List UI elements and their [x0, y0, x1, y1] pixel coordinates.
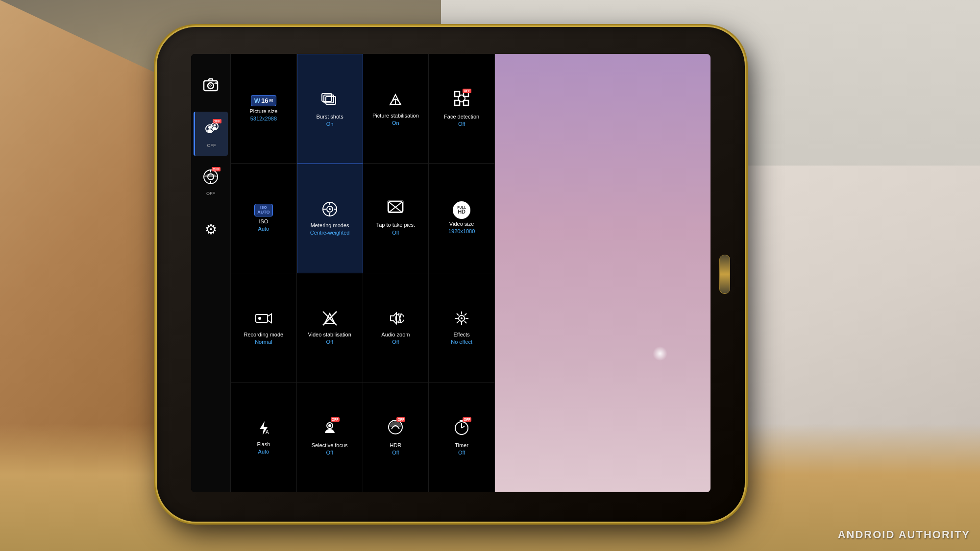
svg-point-24: [329, 208, 331, 210]
tap-take-label: Tap to take pics.: [376, 222, 416, 228]
iso-badge: ISO AUTO: [254, 204, 272, 216]
sidebar-item-settings[interactable]: ⚙: [194, 208, 228, 252]
metering-value: Centre-weighted: [310, 230, 350, 236]
video-stab-label: Video stabilisation: [308, 332, 351, 338]
flash-label: Flash: [257, 441, 270, 448]
svg-line-46: [465, 321, 466, 323]
sidebar-item-camera-switch[interactable]: ⟳: [194, 64, 228, 108]
setting-picture-size[interactable]: W16M Picture size 5312x2988: [231, 54, 297, 164]
flash-icon: A: [255, 419, 272, 439]
android-authority-watermark: ANDROID AUTHORITY: [838, 528, 970, 541]
svg-marker-34: [268, 314, 271, 323]
svg-point-21: [458, 95, 465, 102]
camera-sidebar: ⟳: [191, 54, 230, 492]
svg-point-54: [328, 424, 331, 427]
video-stab-icon: [321, 310, 339, 330]
svg-point-7: [213, 124, 216, 126]
setting-selective-focus[interactable]: OFF Selective focus Off: [297, 383, 363, 492]
filter-off-label: OFF: [206, 191, 215, 196]
sidebar-item-filter[interactable]: OFF OFF: [194, 160, 228, 204]
svg-point-35: [258, 317, 261, 320]
fullhd-badge: FULL HD: [453, 201, 470, 219]
camera-preview: [495, 54, 710, 492]
timer-value: Off: [458, 450, 465, 456]
hdr-icon-container: OFF: [387, 418, 404, 440]
effects-value: No effect: [451, 339, 472, 345]
setting-video-stabilisation[interactable]: Video stabilisation Off: [297, 273, 363, 383]
picture-size-label: Picture size: [249, 108, 277, 115]
stabilisation-value: On: [392, 120, 399, 126]
timer-off-badge: OFF: [463, 417, 471, 422]
setting-video-size[interactable]: FULL HD Video size 1920x1080: [429, 164, 495, 273]
filter-off-badge: OFF: [212, 167, 220, 171]
setting-iso[interactable]: ISO AUTO ISO Auto: [231, 164, 297, 273]
svg-line-48: [457, 321, 459, 323]
face-detection-cell-icon-container: OFF: [453, 90, 470, 112]
setting-flash[interactable]: A Flash Auto: [231, 383, 297, 492]
timer-icon-container: OFF: [453, 418, 470, 440]
svg-text:⟳: ⟳: [209, 84, 212, 87]
svg-rect-33: [256, 314, 268, 322]
camera-settings-panel: ⟳: [191, 54, 495, 492]
setting-burst-shots[interactable]: Burst shots On: [297, 54, 363, 164]
face-detection-cell-label: Face detection: [444, 114, 479, 120]
face-detection-cell-value: Off: [458, 121, 465, 127]
setting-face-detection[interactable]: OFF Face detection Off: [429, 54, 495, 164]
hdr-label: HDR: [390, 442, 401, 449]
iso-label: ISO: [259, 218, 268, 225]
stabilise-icon: [387, 91, 404, 111]
iso-value: Auto: [258, 226, 270, 232]
video-size-label: Video size: [449, 221, 474, 227]
selective-focus-value: Off: [326, 450, 333, 456]
setting-recording-mode[interactable]: Recording mode Normal: [231, 273, 297, 383]
gear-icon: ⚙: [205, 223, 217, 237]
tap-take-value: Off: [392, 230, 399, 236]
home-button[interactable]: [719, 255, 730, 294]
hdr-off-badge: OFF: [396, 417, 405, 422]
svg-text:A: A: [266, 430, 269, 435]
video-stab-value: Off: [326, 339, 333, 345]
recording-mode-value: Normal: [255, 339, 272, 345]
video-size-value: 1920x1080: [448, 228, 475, 235]
face-detection-off-badge: OFF: [463, 89, 471, 93]
recording-mode-label: Recording mode: [244, 332, 284, 338]
picture-size-value: 5312x2988: [250, 116, 277, 122]
setting-audio-zoom[interactable]: Audio zoom Off: [363, 273, 429, 383]
metering-icon: [321, 200, 339, 220]
tap-icon: [387, 200, 404, 220]
burst-shots-label: Burst shots: [317, 114, 343, 120]
sidebar-item-face-detection[interactable]: OFF OFF: [194, 112, 228, 156]
picture-size-badge: W16M: [251, 95, 276, 106]
selective-focus-off-badge: OFF: [331, 417, 340, 422]
phone-screen: ⟳: [191, 54, 710, 492]
setting-timer[interactable]: OFF Timer Off: [429, 383, 495, 492]
setting-metering-modes[interactable]: Metering modes Centre-weighted: [297, 164, 363, 273]
selective-focus-label: Selective focus: [312, 442, 348, 449]
burst-icon: [321, 90, 339, 110]
metering-label: Metering modes: [311, 222, 349, 229]
face-off-label: OFF: [207, 143, 216, 148]
setting-picture-stabilisation[interactable]: Picture stabilisation On: [363, 54, 429, 164]
svg-line-45: [457, 313, 459, 315]
svg-point-8: [213, 127, 217, 129]
recording-icon: [255, 310, 272, 330]
svg-point-5: [207, 129, 212, 132]
camera-preview-glow: [653, 346, 667, 361]
timer-label: Timer: [455, 442, 468, 449]
audio-zoom-value: Off: [392, 339, 399, 345]
burst-shots-icon-container: [321, 90, 339, 112]
burst-shots-value: On: [326, 121, 334, 127]
audio-zoom-label: Audio zoom: [381, 332, 410, 338]
stabilisation-label: Picture stabilisation: [372, 113, 419, 119]
filter-icon-container: OFF: [202, 168, 220, 188]
svg-line-47: [465, 313, 466, 315]
face-detection-icon-container: OFF: [203, 120, 220, 140]
effects-icon: [453, 310, 470, 330]
face-off-badge: OFF: [213, 119, 221, 123]
effects-label: Effects: [453, 332, 469, 338]
setting-tap-to-take[interactable]: Tap to take pics. Off: [363, 164, 429, 273]
setting-effects[interactable]: Effects No effect: [429, 273, 495, 383]
flash-value: Auto: [258, 449, 270, 455]
svg-point-50: [461, 317, 463, 319]
setting-hdr[interactable]: OFF HDR Off: [363, 383, 429, 492]
